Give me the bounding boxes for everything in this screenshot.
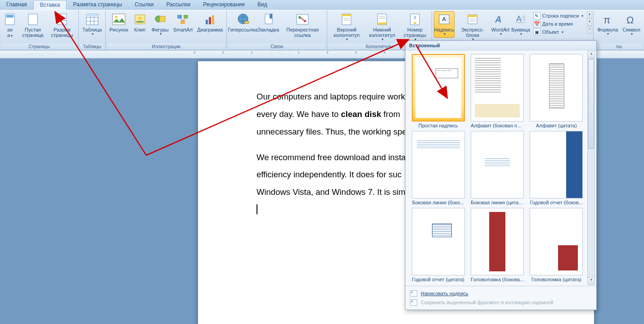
- svg-rect-25: [212, 15, 214, 24]
- gallery-scrollbar[interactable]: ▴ ▾: [587, 51, 595, 285]
- ribbon-scroll-more[interactable]: ≡: [587, 27, 592, 34]
- group-symbols: πФормула ΩСимвол лы: [593, 10, 644, 50]
- svg-rect-20: [180, 20, 185, 24]
- object-icon: ▣: [533, 28, 540, 36]
- group-tables: Таблица Таблицы: [79, 10, 106, 50]
- ribbon-scroll-down[interactable]: ▾: [587, 19, 592, 26]
- gallery-item-alphabet-quote[interactable]: Алфавит (цитата): [528, 54, 585, 128]
- svg-rect-38: [378, 22, 387, 25]
- symbol-button[interactable]: ΩСимвол: [621, 11, 642, 38]
- svg-point-12: [115, 16, 117, 18]
- group-links: Гиперссылка Закладка Перекрестная ссылка…: [227, 10, 327, 50]
- gallery-item-sideline-side[interactable]: Боковая линия (боко...: [410, 131, 466, 205]
- tab-view[interactable]: Вид: [251, 0, 274, 10]
- svg-rect-4: [58, 20, 67, 25]
- signature-line-button[interactable]: ✎Строка подписи: [533, 12, 583, 19]
- svg-text:A: A: [495, 14, 501, 24]
- crossref-button[interactable]: Перекрестная ссылка: [280, 11, 325, 39]
- clip-button[interactable]: Клип: [131, 11, 149, 34]
- signature-icon: ✎: [533, 12, 540, 19]
- gallery-item-puzzle-side[interactable]: Головоломка (бокова...: [469, 208, 525, 282]
- header-button[interactable]: Верхний колонтитул: [329, 11, 364, 43]
- equation-button[interactable]: πФормула: [595, 11, 620, 38]
- group-tables-label: Таблицы: [81, 44, 104, 50]
- svg-rect-19: [184, 15, 188, 18]
- scroll-up-button[interactable]: ▴: [588, 51, 594, 58]
- svg-point-32: [298, 16, 301, 19]
- svg-line-22: [183, 18, 186, 20]
- svg-text:A: A: [516, 14, 522, 23]
- pagenumber-button[interactable]: #Номер страницы: [400, 11, 430, 43]
- gallery-item-sideline-quote[interactable]: Боковая линия (цитата): [469, 131, 525, 205]
- gallery-item-alphabet-side[interactable]: Алфавит (боковая по...: [469, 54, 525, 128]
- calendar-icon: 📅: [533, 20, 540, 27]
- group-pages-label: Страницы: [2, 44, 77, 50]
- smartart-button[interactable]: SmartArt: [171, 11, 194, 34]
- scroll-thumb[interactable]: [588, 59, 594, 149]
- quickparts-button[interactable]: Экспресс-блоки: [455, 11, 490, 43]
- datetime-button[interactable]: 📅Дата и время: [533, 20, 583, 27]
- blank-page-button[interactable]: Пустая страница: [19, 11, 47, 39]
- ribbon-tabs: Главная Вставка Разметка страницы Ссылки…: [0, 0, 644, 10]
- wordart-button[interactable]: AWordArt: [491, 11, 510, 38]
- tab-mailings[interactable]: Рассылки: [160, 0, 197, 10]
- svg-rect-10: [86, 14, 98, 17]
- svg-rect-24: [209, 17, 211, 24]
- draw-textbox-button[interactable]: Нарисовать надпись: [409, 289, 593, 298]
- tab-references[interactable]: Ссылки: [128, 0, 160, 10]
- cover-page-button[interactable]: аяа: [2, 11, 18, 40]
- tab-home[interactable]: Главная: [0, 0, 33, 10]
- gallery-item-puzzle-quote[interactable]: Головоломка (цитата): [528, 208, 585, 282]
- save-icon: [410, 299, 417, 306]
- svg-rect-17: [160, 16, 165, 22]
- svg-text:#: #: [414, 15, 416, 20]
- hyperlink-button[interactable]: Гиперссылка: [229, 11, 257, 34]
- textbox-button[interactable]: AНадпись: [434, 11, 455, 38]
- textbox-gallery: Встроенный Lorem ipsum dolor Простая над…: [405, 40, 597, 310]
- svg-rect-2: [28, 14, 37, 25]
- svg-rect-50: [468, 15, 477, 17]
- group-illustrations-label: Иллюстрации: [108, 44, 225, 50]
- svg-rect-3: [58, 14, 67, 18]
- bookmark-button[interactable]: Закладка: [258, 11, 279, 34]
- gallery-item-simple[interactable]: Lorem ipsum dolor Простая надпись: [410, 54, 466, 128]
- picture-button[interactable]: Рисунок: [108, 11, 130, 34]
- group-links-label: Связи: [229, 44, 325, 50]
- gallery-item-annual-side[interactable]: Годовой отчет (боков...: [528, 131, 585, 205]
- tab-insert[interactable]: Вставка: [33, 0, 67, 10]
- scroll-down-button[interactable]: ▾: [588, 277, 594, 284]
- svg-rect-43: [414, 22, 416, 24]
- gallery-section-header: Встроенный: [405, 41, 596, 50]
- svg-text:Ω: Ω: [626, 14, 634, 25]
- svg-text:π: π: [603, 14, 610, 25]
- group-pages: аяа Пустая страница Разрыв страницы Стра…: [0, 10, 79, 50]
- save-selection-button: Сохранить выделенный фрагмент в коллекци…: [409, 298, 593, 307]
- group-symbols-label: лы: [595, 44, 642, 50]
- svg-rect-18: [177, 15, 182, 18]
- svg-rect-29: [244, 21, 249, 23]
- chart-button[interactable]: Диаграмма: [195, 11, 225, 34]
- table-button[interactable]: Таблица: [81, 11, 104, 38]
- page-break-button[interactable]: Разрыв страницы: [48, 11, 77, 39]
- svg-rect-1: [6, 15, 14, 18]
- group-illustrations: Рисунок Клип Фигуры SmartArt Диаграмма И…: [106, 10, 227, 50]
- ribbon-scroll-up[interactable]: ▴: [587, 11, 592, 18]
- gallery-item-annual-quote[interactable]: Годовой отчет (цитата): [410, 208, 466, 282]
- tab-layout[interactable]: Разметка страницы: [67, 0, 128, 10]
- svg-rect-11: [113, 14, 125, 25]
- dropcap-button[interactable]: AБуквица: [511, 11, 531, 38]
- object-button[interactable]: ▣Объект: [533, 28, 583, 36]
- text-cursor: [257, 204, 257, 214]
- svg-line-21: [180, 18, 183, 20]
- svg-rect-34: [342, 14, 351, 16]
- textbox-icon: [410, 290, 417, 297]
- footer-button[interactable]: Нижний колонтитул: [365, 11, 399, 43]
- svg-point-14: [138, 17, 142, 20]
- tab-review[interactable]: Рецензирование: [197, 0, 251, 10]
- svg-rect-15: [136, 21, 144, 22]
- shapes-button[interactable]: Фигуры: [150, 11, 171, 38]
- svg-rect-23: [206, 20, 208, 24]
